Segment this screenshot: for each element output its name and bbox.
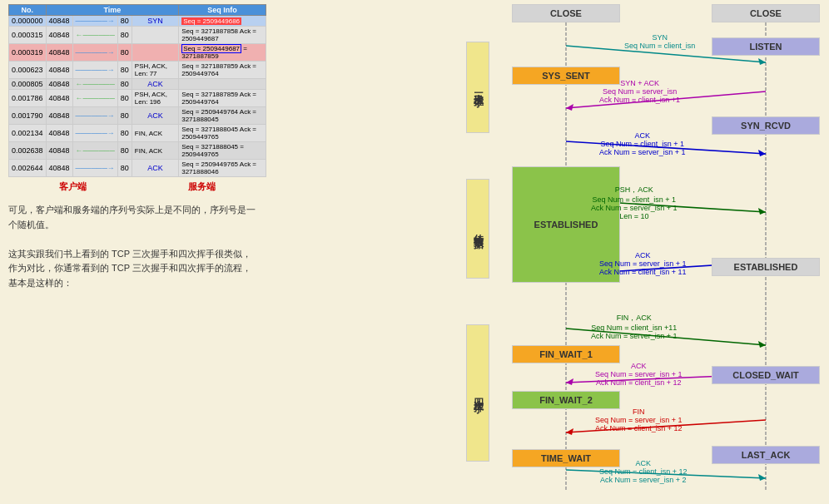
pkt-arrow: ──────→ — [72, 16, 117, 27]
state-established-right: ESTABLISHED — [712, 258, 820, 276]
fin-ack-ack: Ack Num = server_isn + 1 — [591, 332, 678, 340]
pkt-flags: FIN, ACK — [132, 142, 178, 160]
pkt-seq: Seq = 2509449686 — [179, 16, 266, 27]
desc-1: 可见，客户端和服务端的序列号实际上是不同的，序列号是一个随机值。 — [8, 203, 258, 232]
syn-ack-label: SYN + ACK — [599, 79, 680, 87]
pkt-seq: Seq = 2509449687 = 3271887859 — [179, 44, 266, 62]
ack4-seq: Seq Num = client_isn + 12 — [599, 467, 688, 476]
fin-ack-num: Ack Num = client_isn + 12 — [595, 424, 683, 432]
pkt-dst: 80 — [117, 160, 132, 177]
pkt-dst: 80 — [117, 142, 132, 160]
pkt-seq: Seq = 3271887858 Ack = 2509449687 — [179, 27, 266, 44]
fin-ack-label: FIN，ACK — [591, 313, 678, 324]
ack4-annotation: ACK Seq Num = client_isn + 12 Ack Num = … — [599, 459, 688, 484]
packet-row-3: 0.000319 40848 ──────→ 80 Seq = 25094496… — [9, 44, 266, 62]
psh-seq: Seq Num = client_isn + 1 — [591, 195, 678, 204]
pkt-seq: Seq = 2509449765 Ack = 3271888046 — [179, 160, 266, 177]
pkt-arrow: ──────→ — [72, 62, 117, 79]
ack4-label: ACK — [599, 459, 688, 467]
ack1-label: ACK — [599, 131, 686, 140]
pkt-no: 0.001790 — [9, 107, 47, 125]
pkt-dst: 80 — [117, 90, 132, 107]
pkt-arrow: ──────→ — [72, 44, 117, 62]
pkt-seq — [179, 79, 266, 90]
svg-marker-7 — [758, 150, 766, 156]
fin-ack-annotation: FIN，ACK Seq Num = client_isn +11 Ack Num… — [591, 313, 678, 340]
pkt-flags: PSH, ACK, Len: 196 — [132, 90, 178, 107]
syn-seq: Seq Num = client_isn — [624, 42, 695, 50]
col-no: No. — [9, 5, 47, 16]
packet-row-2: 0.000315 40848 ←────── 80 Seq = 32718878… — [9, 27, 266, 44]
pkt-src: 40848 — [46, 44, 72, 62]
syn-ack-ack: Ack Num = client_isn +1 — [599, 96, 680, 104]
four-wave-label: 四次挥手 — [466, 324, 489, 462]
ack2-label: ACK — [599, 251, 687, 259]
packet-row-10: 0.002644 40848 ──────→ 80 ACK Seq = 2509… — [9, 160, 266, 177]
transmit-label: 传输数据 — [466, 179, 489, 279]
packet-row-1: 0.000000 40848 ──────→ 80 SYN Seq = 2509… — [9, 16, 266, 27]
endpoint-labels: 客户端 服务端 — [8, 180, 266, 193]
ack1-seq: Seq Num = client_isn + 1 — [599, 140, 686, 148]
svg-marker-17 — [566, 428, 573, 435]
pkt-dst: 80 — [117, 125, 132, 142]
pkt-src: 40848 — [46, 16, 72, 27]
pkt-no: 0.002638 — [9, 142, 47, 160]
col-seqinfo: Seq Info — [179, 5, 266, 16]
pkt-dst: 80 — [117, 16, 132, 27]
pkt-arrow: ←────── — [72, 79, 117, 90]
ack2-ack: Ack Num = client_isn + 11 — [599, 268, 687, 276]
pkt-src: 40848 — [46, 79, 72, 90]
pkt-no: 0.002644 — [9, 160, 47, 177]
pkt-no: 0.002134 — [9, 125, 47, 142]
diagram-panel: CLOSE SYS_SENT ESTABLISHED FIN_WAIT_1 FI… — [458, 0, 829, 504]
client-label: 客户端 — [59, 180, 87, 193]
left-panel: No. Time Seq Info 0.000000 40848 ──────→… — [8, 4, 266, 291]
state-last-ack: LAST_ACK — [712, 446, 820, 464]
state-fin-wait-1: FIN_WAIT_1 — [512, 345, 620, 363]
pkt-seq: Seq = 2509449764 Ack = 3271888045 — [179, 107, 266, 125]
description-block: 可见，客户端和服务端的序列号实际上是不同的，序列号是一个随机值。 这其实跟我们书… — [8, 203, 258, 291]
state-close-left: CLOSE — [512, 4, 620, 22]
pkt-seq: Seq = 3271888045 = 2509449765 — [179, 142, 266, 160]
pkt-arrow: ←────── — [72, 142, 117, 160]
pkt-flags: SYN — [132, 16, 178, 27]
pkt-arrow: ←────── — [72, 27, 117, 44]
ack3-annotation: ACK Seq Num = server_isn + 1 Ack Num = c… — [595, 362, 683, 387]
packet-row-7: 0.001790 40848 ──────→ 80 ACK Seq = 2509… — [9, 107, 266, 125]
pkt-seq: Seq = 3271887859 Ack = 2509449764 — [179, 90, 266, 107]
psh-ack: Ack Num = server_isn + 1 — [591, 204, 678, 212]
state-fin-wait-2: FIN_WAIT_2 — [512, 391, 620, 409]
pkt-src: 40848 — [46, 142, 72, 160]
col-time: Time — [46, 5, 179, 16]
pkt-src: 40848 — [46, 160, 72, 177]
server-label: 服务端 — [188, 180, 216, 193]
pkt-arrow: ──────→ — [72, 107, 117, 125]
svg-marker-3 — [758, 58, 766, 65]
svg-marker-13 — [758, 341, 766, 348]
desc-2: 这其实跟我们书上看到的 TCP 三次握手和四次挥手很类似，作为对比，你通常看到的… — [8, 247, 258, 291]
pkt-src: 40848 — [46, 125, 72, 142]
pkt-no: 0.000805 — [9, 79, 47, 90]
syn-label: SYN — [624, 33, 695, 42]
pkt-no: 0.000623 — [9, 62, 47, 79]
ack3-seq: Seq Num = server_isn + 1 — [595, 370, 683, 378]
ack2-seq: Seq Num = server_isn + 1 — [599, 259, 687, 268]
pkt-no: 0.000319 — [9, 44, 47, 62]
pkt-src: 40848 — [46, 62, 72, 79]
pkt-flags: ACK — [132, 79, 178, 90]
pkt-flags: ACK — [132, 160, 178, 177]
three-handshake-label: 三次握手 — [466, 42, 489, 133]
svg-marker-5 — [566, 104, 573, 111]
pkt-flags — [132, 44, 178, 62]
packet-row-4: 0.000623 40848 ──────→ 80 PSH, ACK, Len:… — [9, 62, 266, 79]
pkt-flags: FIN, ACK — [132, 125, 178, 142]
state-listen: LISTEN — [712, 37, 820, 56]
syn-ack-annotation: SYN + ACK Seq Num = server_isn Ack Num =… — [599, 79, 680, 104]
packet-row-5: 0.000805 40848 ←────── 80 ACK — [9, 79, 266, 90]
pkt-dst: 80 — [117, 27, 132, 44]
fin-ack-seq: Seq Num = client_isn +11 — [591, 324, 678, 332]
pkt-no: 0.000000 — [9, 16, 47, 27]
pkt-seq: Seq = 3271888045 Ack = 2509449765 — [179, 125, 266, 142]
fin-label: FIN — [595, 408, 683, 416]
pkt-seq: Seq = 3271887859 Ack = 2509449764 — [179, 62, 266, 79]
